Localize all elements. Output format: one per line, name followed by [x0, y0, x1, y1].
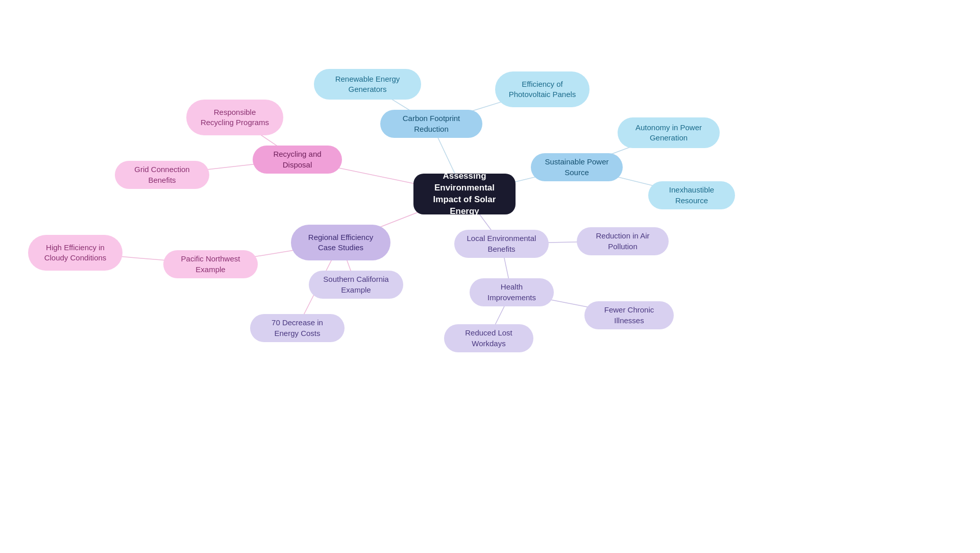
node-grid-connection: Grid Connection Benefits — [115, 161, 209, 189]
node-recycling-disposal: Recycling and Disposal — [253, 146, 342, 174]
connections-svg — [0, 0, 980, 553]
node-sustainable-power: Sustainable Power Source — [531, 153, 623, 181]
node-high-efficiency: High Efficiency in Cloudy Conditions — [28, 235, 122, 271]
node-health-improvements: Health Improvements — [470, 278, 554, 306]
node-autonomy: Autonomy in Power Generation — [618, 117, 720, 148]
node-fewer-chronic: Fewer Chronic Illnesses — [584, 301, 674, 329]
node-local-env: Local Environmental Benefits — [454, 230, 549, 258]
node-efficiency-pv: Efficiency of Photovoltaic Panels — [495, 71, 590, 107]
node-renewable-energy: Renewable Energy Generators — [314, 69, 421, 100]
center-node: Assessing Environmental Impact of Solar … — [413, 174, 516, 214]
mindmap-container: Assessing Environmental Impact of Solar … — [0, 0, 980, 553]
node-decrease-energy: 70 Decrease in Energy Costs — [250, 314, 345, 342]
node-regional-efficiency: Regional Efficiency Case Studies — [291, 225, 390, 260]
node-reduction-air: Reduction in Air Pollution — [577, 227, 669, 255]
node-carbon-footprint: Carbon Footprint Reduction — [380, 110, 482, 138]
node-responsible-recycling: Responsible Recycling Programs — [186, 100, 283, 135]
node-southern-california: Southern California Example — [309, 271, 403, 299]
node-reduced-lost: Reduced Lost Workdays — [444, 324, 533, 352]
node-inexhaustible: Inexhaustible Resource — [648, 181, 735, 209]
node-pacific-northwest: Pacific Northwest Example — [163, 250, 258, 278]
